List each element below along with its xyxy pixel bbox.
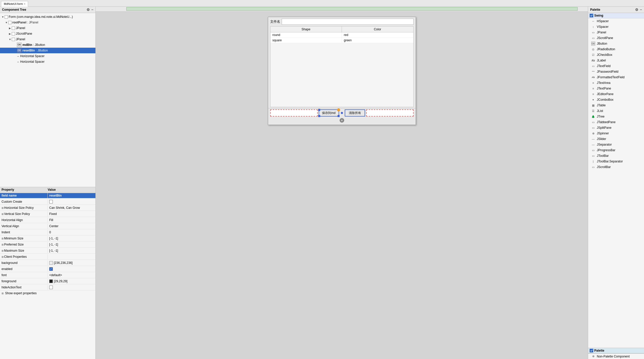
prop-name-hideactiontext: hideActionText xyxy=(0,285,48,290)
swing-section-checkbox[interactable] xyxy=(590,14,593,17)
palette-item-jtextpane[interactable]: ≡ JTextPane xyxy=(588,86,644,91)
prop-value-font: <default> xyxy=(48,273,95,278)
palette-gear-icon[interactable]: ⚙ xyxy=(635,8,638,12)
palette-item-jcheckbox[interactable]: ☑ JCheckBox xyxy=(588,52,644,58)
foreground-color-value: [29,29,29] xyxy=(54,279,67,283)
tree-item-mdbtn[interactable]: OK mdBtn : JButton xyxy=(0,42,95,48)
tree-checkbox[interactable] xyxy=(12,38,15,41)
prop-value-enabled[interactable]: ✓ xyxy=(48,266,95,272)
prop-name-minsize: ⊞Minimum Size xyxy=(0,236,48,241)
prop-value-halign: Fill xyxy=(48,217,95,223)
palette-item-jtextarea[interactable]: ≡ JTextArea xyxy=(588,80,644,86)
prop-row-fieldname: field name resetBtn xyxy=(0,193,95,199)
palette-item-jtree[interactable]: 🌲 JTree xyxy=(588,114,644,119)
tab-bar: MdNoteUI.form × xyxy=(0,0,644,7)
prop-row-clientprops: ⊞Client Properties xyxy=(0,254,95,260)
prop-value-foreground[interactable]: [29,29,29] xyxy=(48,279,95,284)
palette-item-jseparator[interactable]: — JSeparator xyxy=(588,142,644,147)
tree-toggle[interactable]: ▶ xyxy=(8,26,12,30)
palette-item-jtoolbar-sep[interactable]: | JToolBar.Separator xyxy=(588,159,644,164)
palette-item-jtabbedpane[interactable]: ▭ JTabbedPane xyxy=(588,119,644,125)
prop-value-customcreate[interactable] xyxy=(48,199,95,204)
palette-item-nonpalette[interactable]: ⊕ Non-Palette Component xyxy=(588,353,644,359)
tree-checkbox[interactable] xyxy=(8,21,11,24)
palette-item-jtextfield[interactable]: ▭ JTextField xyxy=(588,63,644,69)
prop-value-background[interactable]: [236,236,236] xyxy=(48,260,95,265)
save-button[interactable]: 保存到md xyxy=(319,109,339,117)
hideactiontext-checkbox[interactable] xyxy=(49,286,53,289)
expand-icon[interactable]: ⊞ xyxy=(2,255,4,258)
expand-icon[interactable]: ⊞ xyxy=(2,207,4,209)
palette-item-jpanel[interactable]: ▭ JPanel xyxy=(588,30,644,35)
prop-name-maxsize: ⊞Maximum Size xyxy=(0,248,48,253)
palette-item-jscrollpane[interactable]: ▭ JScrollPane xyxy=(588,35,644,41)
show-expert-row[interactable]: ⊞ Show expert properties xyxy=(0,290,95,296)
palette-item-jpasswordfield[interactable]: *** JPasswordField xyxy=(588,69,644,74)
filename-row: 文件名 xyxy=(268,17,416,26)
tree-toggle[interactable]: ▼ xyxy=(1,15,5,19)
tree-item-hspacer2[interactable]: ↔ Horizontal Spacer xyxy=(0,59,95,65)
main-tab[interactable]: MdNoteUI.form × xyxy=(1,1,28,7)
prop-row-font: font <default> xyxy=(0,272,95,278)
tree-checkbox[interactable] xyxy=(12,32,15,35)
tree-item-resetbtn[interactable]: OK resetBtn : JButton xyxy=(0,48,95,53)
tree-toggle[interactable]: ▼ xyxy=(8,37,12,41)
expand-icon[interactable]: ⊞ xyxy=(2,292,4,295)
gear-icon[interactable]: ⚙ xyxy=(86,8,90,12)
clear-button[interactable]: 清除所有 xyxy=(345,109,365,117)
jradiobutton-palette-icon: ◎ xyxy=(591,47,595,51)
palette-item-jlabel[interactable]: Ab JLabel xyxy=(588,58,644,63)
nonpalette-icon: ⊕ xyxy=(591,354,595,358)
tree-toggle[interactable]: ▼ xyxy=(5,21,8,24)
tree-item-hspacer1[interactable]: ↔ Horizontal Spacer xyxy=(0,53,95,59)
close-icon[interactable]: × xyxy=(24,3,26,5)
prop-value-fieldname[interactable]: resetBtn xyxy=(48,193,95,198)
palette-item-jlist[interactable]: ☰ JList xyxy=(588,108,644,114)
palette-item-jscrollbar[interactable]: ▭ JScrollBar xyxy=(588,164,644,170)
palette-item-jformattedtextfield[interactable]: Ab JFormattedTextField xyxy=(588,74,644,80)
palette-item-jradiobutton[interactable]: ◎ JRadioButton xyxy=(588,46,644,52)
filename-input[interactable] xyxy=(282,19,414,25)
left-spacer-button[interactable] xyxy=(270,109,318,117)
ok-icon: OK xyxy=(17,43,22,47)
foreground-color-swatch[interactable] xyxy=(49,279,53,283)
background-color-swatch[interactable] xyxy=(49,261,53,265)
prop-header: Property Value xyxy=(0,187,95,193)
palette-item-jcombobox[interactable]: ▾ JComboBox xyxy=(588,97,644,102)
expand-icon[interactable]: ⊞ xyxy=(2,243,4,246)
tree-toggle[interactable]: ▶ xyxy=(8,32,12,36)
tree-checkbox[interactable] xyxy=(12,27,15,30)
palette-item-hspacer[interactable]: ↔ HSpacer xyxy=(588,18,644,24)
expand-icon[interactable]: ⊞ xyxy=(2,249,4,252)
palette-item-jprogressbar[interactable]: ▭ JProgressBar xyxy=(588,147,644,153)
palette-item-jtable[interactable]: ▦ JTable xyxy=(588,102,644,108)
tree-item-rootpanel[interactable]: ▼ rootPanel : JPanel xyxy=(0,20,95,25)
palette-item-jsplitpane[interactable]: ▭ JSplitPane xyxy=(588,125,644,131)
right-spacer-button[interactable] xyxy=(366,109,414,117)
palette-item-jslider[interactable]: — JSlider xyxy=(588,136,644,142)
tree-item-jscrollpane[interactable]: ▶ JScrollPane xyxy=(0,31,95,36)
palette-item-jeditorpane[interactable]: ≡ JEditorPane xyxy=(588,91,644,97)
corner-br xyxy=(338,115,340,117)
palette-item-jtoolbar[interactable]: ▭ JToolBar xyxy=(588,153,644,159)
tree-checkbox[interactable] xyxy=(5,15,8,19)
prop-value-hideactiontext[interactable] xyxy=(48,285,95,290)
enabled-checkbox[interactable]: ✓ xyxy=(49,267,53,271)
palette-item-vspacer[interactable]: ↕ VSpacer xyxy=(588,24,644,30)
palette-section-checkbox[interactable] xyxy=(590,349,593,352)
expand-icon[interactable]: ⊞ xyxy=(2,213,4,215)
tree-item-jpanel1[interactable]: ▶ JPanel xyxy=(0,25,95,31)
resize-handle[interactable] xyxy=(340,109,344,117)
tree-item-jpanel2[interactable]: ▼ JPanel xyxy=(0,36,95,42)
minus-icon[interactable]: − xyxy=(91,8,93,12)
anchor-handle[interactable]: ⊕ xyxy=(340,118,344,123)
palette-item-jbutton[interactable]: OK JButton xyxy=(588,41,644,46)
custom-create-checkbox[interactable] xyxy=(49,200,53,203)
prop-row-hsize: ⊞Horizontal Size Policy Can Shrink, Can … xyxy=(0,205,95,211)
expand-icon[interactable]: ⊞ xyxy=(2,237,4,240)
palette-item-jspinner[interactable]: ⊕ JSpinner xyxy=(588,131,644,136)
tree-item-form[interactable]: ▼ Form (com.mango.idea.md.note.ui.MdNote… xyxy=(0,14,95,20)
palette-minus-icon[interactable]: − xyxy=(640,8,642,12)
palette-item-label: JTextField xyxy=(597,64,611,68)
prop-name-hsize: ⊞Horizontal Size Policy xyxy=(0,205,48,210)
